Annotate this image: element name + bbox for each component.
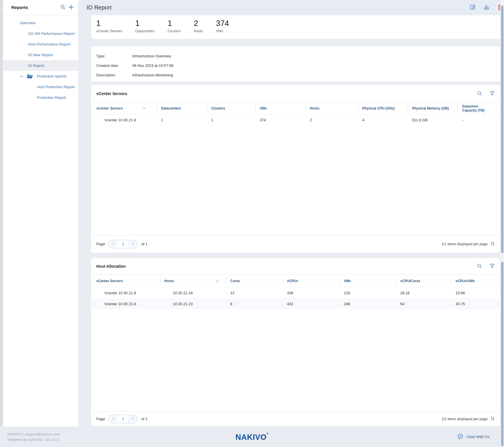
cell-datacenters: 1: [157, 114, 207, 125]
stat-label: vCenter Servers: [96, 29, 122, 33]
sidebar-item-protection-reports-folder[interactable]: Protection reports: [3, 71, 78, 82]
cell-clusters: 1: [207, 114, 255, 125]
column-header-physical-memory[interactable]: Physical Memory (GB): [408, 103, 458, 114]
sidebar-item-overview[interactable]: Overview: [3, 18, 78, 28]
sidebar-item-label: Overview: [20, 21, 35, 25]
search-reports-button[interactable]: [60, 4, 66, 11]
column-header-physical-cpu[interactable]: Physical CPU (GHz): [358, 103, 408, 114]
sidebar-item-host-performance-report[interactable]: Host Performance Report: [3, 39, 78, 50]
cell-cores: 8: [226, 298, 283, 309]
plus-icon: [68, 4, 74, 11]
download-icon: [483, 4, 490, 11]
column-header-vms[interactable]: VMs: [255, 103, 305, 114]
info-value: Infrastructure Monitoring: [132, 70, 173, 80]
cell-vcpus: 338: [283, 287, 339, 298]
column-header-hosts[interactable]: Hosts: [160, 275, 226, 287]
cell-vcenter-server: Vcenter 10.30.21.8: [96, 298, 160, 309]
previous-page-button[interactable]: [109, 240, 118, 248]
scrollbar-thumb[interactable]: [501, 262, 503, 446]
sidebar-item-io-report[interactable]: IO Report: [3, 60, 78, 71]
column-label: Hosts: [310, 106, 319, 110]
stat-hosts: 2 Hosts: [194, 19, 203, 33]
edit-report-button[interactable]: [470, 4, 476, 11]
download-report-button[interactable]: [483, 4, 490, 11]
cell-datastore-capacity: -: [458, 114, 495, 125]
column-header-vcpus[interactable]: vCPUs: [283, 275, 339, 287]
sidebar-item-label: Host Performance Report: [28, 42, 70, 46]
search-icon: [60, 4, 66, 11]
sidebar-item-ad-vm-performance-report[interactable]: AD VM Performance Report: [3, 28, 78, 39]
host-table-search-button[interactable]: [477, 263, 482, 269]
summary-stats-card: 1 vCenter Servers 1 Datacenters 1 Cluste…: [91, 15, 500, 39]
info-value: 06 Nov 2023 at 10:07:08: [132, 61, 173, 70]
sidebar-items: Overview AD VM Performance Report Host P…: [3, 15, 78, 103]
column-header-vcenter-servers[interactable]: vCenter Servers: [96, 103, 157, 114]
next-page-button[interactable]: [128, 415, 137, 423]
items-per-page-label: 1/1 items displayed per page: [441, 242, 488, 246]
chevron-left-icon: [112, 242, 115, 246]
sidebar-item-protection-report[interactable]: Protection Report: [3, 92, 78, 103]
column-label: Physical Memory (GB): [412, 106, 449, 110]
info-label: Type:: [96, 51, 132, 61]
chevron-down-icon[interactable]: [20, 75, 23, 78]
items-per-page-button[interactable]: [490, 241, 495, 247]
cell-vms: 246: [339, 298, 396, 309]
column-label: vCenter Servers: [96, 279, 123, 283]
host-table-row[interactable]: Vcenter 10.30.21.8 10.30.21.24 12 338 12…: [91, 287, 500, 298]
stat-clusters: 1 Clusters: [168, 19, 181, 33]
vcenter-table-filter-button[interactable]: [490, 91, 495, 97]
column-label: VMs: [260, 106, 267, 110]
info-row-created-date: Created date: 06 Nov 2023 at 10:07:08: [96, 61, 500, 70]
column-label: vCPUs: [287, 279, 298, 283]
sidebar-item-io-new-report[interactable]: IO New Report: [3, 50, 78, 60]
stat-value: 374: [216, 19, 229, 28]
chat-with-us-button[interactable]: Chat With Us: [457, 433, 490, 441]
column-header-clusters[interactable]: Clusters: [207, 103, 255, 114]
column-label: vCPUs/VMs: [456, 279, 475, 283]
host-panel-titlebar: Host Allocation: [91, 258, 500, 275]
sliders-icon: [490, 416, 495, 422]
page-of-label: of 1: [141, 417, 148, 421]
page-number-input[interactable]: 1: [118, 415, 128, 423]
column-header-vms[interactable]: VMs: [339, 275, 396, 287]
scrollbar-thumb[interactable]: [501, 6, 503, 253]
page-title: IO Report: [86, 4, 112, 11]
host-allocation-panel: Host Allocation vCenter Servers Hosts: [91, 258, 500, 426]
sidebar-title: Reports: [11, 5, 28, 10]
page-number-input[interactable]: 1: [118, 240, 128, 248]
items-per-page-button[interactable]: [490, 416, 495, 422]
page-label: Page: [96, 417, 105, 421]
column-label: Cores: [230, 279, 240, 283]
chevron-left-icon: [112, 417, 115, 421]
add-report-button[interactable]: [68, 4, 74, 11]
column-header-vcpus-vms[interactable]: vCPUs/VMs: [451, 275, 495, 287]
sidebar-item-label: Protection Report: [37, 95, 66, 100]
host-table-row[interactable]: Vcenter 10.30.21.8 10.30.21.23 8 432 246…: [91, 298, 500, 309]
sidebar-item-label: Protection reports: [37, 74, 67, 78]
left-strip: [0, 0, 3, 427]
host-table-filter-button[interactable]: [490, 263, 495, 269]
footer: NAKIVO | support@nakivo.com Powered by N…: [0, 427, 504, 447]
vcenter-table-row[interactable]: Vcenter 10.30.21.8 1 1 374 2 4 511.9 GB …: [91, 114, 500, 125]
column-header-hosts[interactable]: Hosts: [305, 103, 358, 114]
column-label: Hosts: [164, 279, 174, 283]
table-empty-area: [91, 125, 500, 235]
column-header-vcpu-cores[interactable]: vCPU/Cores: [396, 275, 451, 287]
filter-funnel-icon: [490, 91, 495, 97]
previous-page-button[interactable]: [109, 415, 118, 423]
sliders-icon: [490, 241, 495, 247]
cell-cores: 12: [226, 287, 283, 298]
column-header-datastore-capacity[interactable]: Datastore Capacity (TB): [458, 103, 495, 114]
column-header-datacenters[interactable]: Datacenters: [157, 103, 207, 114]
next-page-button[interactable]: [128, 240, 137, 248]
column-label: Datastore Capacity (TB): [462, 104, 492, 112]
vcenter-panel-title: vCenter Servers: [96, 91, 127, 96]
vcenter-table-search-button[interactable]: [477, 91, 482, 97]
column-header-cores[interactable]: Cores: [226, 275, 283, 287]
column-header-vcenter-servers[interactable]: vCenter Servers: [96, 275, 160, 287]
stat-label: Clusters: [168, 29, 181, 33]
sidebar-item-host-protection-report[interactable]: Host Protection Report: [3, 82, 78, 92]
cell-vcpus: 432: [283, 298, 339, 309]
vcenter-panel-titlebar: vCenter Servers: [91, 85, 500, 102]
stat-value: 1: [168, 19, 181, 28]
